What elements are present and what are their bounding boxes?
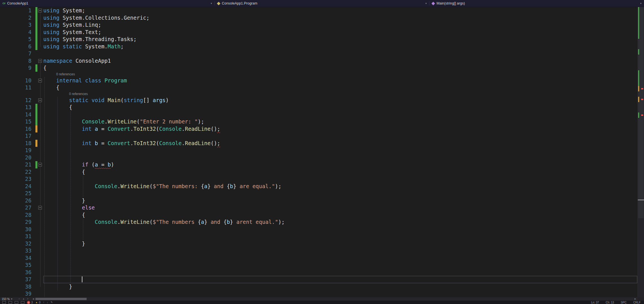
- type-dropdown[interactable]: ConsoleApp1.Program ▾: [215, 0, 429, 7]
- code-line-34[interactable]: 34: [0, 255, 637, 262]
- fold-collapse-icon[interactable]: [38, 9, 42, 12]
- code-line-39[interactable]: 39: [0, 290, 637, 297]
- code-line-text: {: [43, 64, 637, 72]
- code-line-23[interactable]: 23: [0, 175, 637, 183]
- code-line-31[interactable]: 31: [0, 233, 637, 240]
- change-bar: [35, 283, 37, 291]
- window-layout-icon[interactable]: [8, 301, 12, 304]
- code-line-17[interactable]: 17: [0, 132, 637, 140]
- code-editor[interactable]: 1using System;2using System.Collections.…: [0, 7, 644, 297]
- code-line-11[interactable]: 11 {: [0, 84, 637, 91]
- code-line-32[interactable]: 32 }: [0, 240, 637, 247]
- change-bar: [35, 91, 37, 97]
- code-line-21[interactable]: 21 if (a = b): [0, 161, 637, 168]
- code-line-14[interactable]: 14: [0, 111, 637, 118]
- window-layout-icon[interactable]: [21, 301, 24, 304]
- scroll-left-button[interactable]: ◀: [31, 297, 35, 301]
- codelens-references-link[interactable]: 0 references: [56, 72, 75, 76]
- change-bar: [35, 204, 37, 211]
- code-line-13[interactable]: 13 {: [0, 104, 637, 111]
- fold-collapse-icon[interactable]: [38, 59, 42, 63]
- code-line-9[interactable]: 9{: [0, 64, 637, 72]
- fold-collapse-icon[interactable]: [38, 79, 42, 82]
- code-token: [43, 126, 82, 132]
- navigate-down-icon[interactable]: ↓: [47, 301, 48, 304]
- health-messages-icon[interactable]: ≡: [27, 297, 29, 301]
- code-line-8[interactable]: 8namespace ConsoleApp1: [0, 57, 637, 65]
- outline-margin: [37, 111, 43, 118]
- edit-pencil-icon[interactable]: ✎: [51, 301, 53, 304]
- code-line-29[interactable]: 29 Console.WriteLine($"The numbers {a} a…: [0, 219, 637, 226]
- outline-margin: [37, 175, 43, 183]
- code-line-22[interactable]: 22 {: [0, 168, 637, 176]
- line-number: 25: [0, 190, 35, 197]
- window-layout-icon[interactable]: [15, 301, 18, 304]
- code-token: (: [150, 183, 153, 189]
- line-number: 27: [0, 204, 35, 211]
- code-line-24[interactable]: 24 Console.WriteLine($"The numbers: {a} …: [0, 183, 637, 190]
- code-line-text: [43, 269, 637, 276]
- change-bar: [35, 84, 37, 91]
- vertical-scrollbar[interactable]: [638, 7, 644, 297]
- scroll-right-button[interactable]: ▶: [633, 297, 638, 301]
- fold-collapse-icon[interactable]: [38, 206, 42, 210]
- code-line-10[interactable]: 10 internal class Program: [0, 77, 637, 84]
- code-line-12[interactable]: 12 static void Main(string[] args): [0, 97, 637, 104]
- code-line-19[interactable]: 19: [0, 147, 637, 154]
- fold-collapse-icon[interactable]: [38, 163, 42, 166]
- warnings-status[interactable]: ▲ 0: [35, 301, 40, 304]
- line-number: 33: [0, 247, 35, 255]
- code-line-26[interactable]: 26 }: [0, 197, 637, 204]
- code-line-36[interactable]: 36: [0, 269, 637, 276]
- code-line-16[interactable]: 16 int a = Convert.ToInt32(Console.ReadL…: [0, 125, 637, 133]
- code-token: (): [211, 126, 217, 132]
- code-line-4[interactable]: 4using System.Text;: [0, 29, 637, 36]
- health-errors-icon[interactable]: ×: [19, 297, 20, 301]
- code-line-35[interactable]: 35: [0, 262, 637, 269]
- horizontal-scrollbar[interactable]: [35, 297, 633, 301]
- code-line-2[interactable]: 2using System.Collections.Generic;: [0, 14, 637, 22]
- zoom-control[interactable]: 150 % ▾: [0, 298, 19, 301]
- project-dropdown[interactable]: C# ConsoleApp1 ▾: [0, 0, 215, 7]
- code-line-text: [43, 175, 637, 183]
- outline-margin: [37, 211, 43, 219]
- code-token: [82, 77, 85, 84]
- code-line-33[interactable]: 33: [0, 247, 637, 255]
- code-line-6[interactable]: 6using static System.Math;: [0, 43, 637, 50]
- code-line-28[interactable]: 28 {: [0, 211, 637, 219]
- code-line-18[interactable]: 18 int b = Convert.ToInt32(Console.ReadL…: [0, 140, 637, 147]
- navigate-up-icon[interactable]: ↑: [43, 301, 44, 304]
- code-line-25[interactable]: 25: [0, 190, 637, 197]
- codelens-references-link[interactable]: 0 references: [69, 92, 88, 96]
- code-line-15[interactable]: 15 Console.WriteLine("Enter 2 number: ")…: [0, 118, 637, 125]
- code-line-3[interactable]: 3using System.Linq;: [0, 21, 637, 29]
- editor-navigation-bar: C# ConsoleApp1 ▾ ConsoleApp1.Program ▾ M…: [0, 0, 644, 7]
- member-dropdown[interactable]: Main(string[] args) ▾: [429, 0, 644, 7]
- change-bar: [35, 77, 37, 84]
- code-line-1[interactable]: 1using System;: [0, 7, 637, 14]
- change-bar: [35, 183, 37, 190]
- code-token: b: [95, 140, 98, 146]
- health-warnings-icon[interactable]: ▲: [22, 297, 25, 301]
- outline-margin: [37, 240, 43, 247]
- code-token: .: [130, 140, 133, 146]
- code-line-7[interactable]: 7: [0, 50, 637, 57]
- status-line-ending: CRLF: [633, 301, 641, 304]
- code-line-37[interactable]: 37: [0, 276, 637, 283]
- window-layout-icon[interactable]: [2, 301, 6, 304]
- fold-collapse-icon[interactable]: [38, 98, 42, 102]
- line-number: 22: [0, 168, 35, 176]
- code-line-5[interactable]: 5using System.Threading.Tasks;: [0, 36, 637, 43]
- scrollbar-change-mark: [638, 23, 639, 28]
- horizontal-scrollbar-thumb[interactable]: [35, 298, 87, 300]
- code-line-27[interactable]: 27 else: [0, 204, 637, 211]
- scrollbar-change-mark: [638, 33, 639, 39]
- outline-margin: [37, 226, 43, 233]
- code-line-38[interactable]: 38 }: [0, 283, 637, 291]
- code-line-30[interactable]: 30: [0, 226, 637, 233]
- code-token: using: [43, 29, 59, 35]
- code-line-text: else: [43, 204, 637, 211]
- code-line-20[interactable]: 20: [0, 154, 637, 161]
- outline-margin: [37, 97, 43, 104]
- errors-status[interactable]: × 3: [27, 301, 33, 304]
